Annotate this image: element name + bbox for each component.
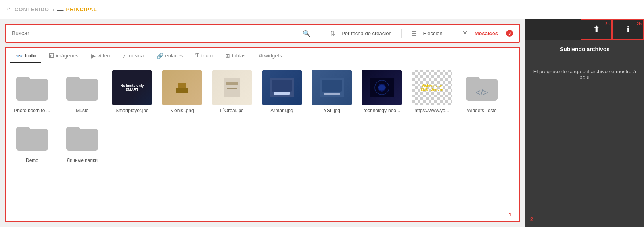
svg-rect-9 [322,80,342,92]
tab-todo-label: todo [25,53,36,59]
main-layout: 🔍 ⇅ Por fecha de creación ☰ Elección 👁 M… [0,19,644,227]
info-icon: ℹ [627,25,630,34]
thumb-tech [362,70,402,105]
file-welcome[interactable]: Welcome toSMU_Uniforn https://www.yo... [410,70,454,113]
tab-texto-label: texto [201,53,213,59]
folder-icon-lichnye [66,125,98,151]
tab-widgets[interactable]: ⧉ widgets [253,49,288,63]
svg-rect-10 [324,93,340,95]
svg-rect-3 [226,82,238,85]
folder-icon-photo-booth [16,75,48,101]
tab-video[interactable]: ▶ vídeo [86,50,116,63]
folder-icon-music [66,75,98,101]
thumb-loreal [212,70,252,105]
tab-enlaces[interactable]: 🔗 enlaces [151,50,189,63]
file-widgets-teste[interactable]: </> Widgets Teste [460,70,504,113]
tab-video-label: vídeo [98,53,110,59]
breadcrumb-contenido: CONTENIDO [15,6,49,12]
file-demo[interactable]: Demo [10,120,54,163]
file-lichnye[interactable]: Личные папки [60,120,104,163]
page-number: 1 [509,212,512,217]
content-area: 🔍 ⇅ Por fecha de creación ☰ Elección 👁 M… [0,19,525,227]
upload-button[interactable]: ⬆ 2a [581,19,612,40]
tab-musica-label: música [127,53,144,59]
ysl-svg [320,78,344,97]
sort-button[interactable]: Por fecha de creación [341,31,391,36]
toolbar-divider-3 [452,29,452,38]
imagenes-icon: 🖼 [48,53,54,59]
file-widgets-teste-label: Widgets Teste [467,108,496,113]
file-smartplayer[interactable]: No limits onlySMART Smartplayer.jpg [110,70,154,113]
file-technology-neo-label: technology-neo... [364,108,400,113]
tab-texto[interactable]: T texto [190,50,218,63]
tech-svg [370,78,394,97]
sidebar-title: Subiendo archivos [525,40,644,59]
toolbar-divider [320,29,320,38]
toolbar: 🔍 ⇅ Por fecha de creación ☰ Elección 👁 M… [5,24,520,43]
texto-icon: T [196,53,199,59]
svg-rect-4 [227,88,237,89]
sidebar-body: El progreso de carga del archivo se most… [525,59,644,227]
file-loreal-label: L´Oréal.jpg [220,108,243,113]
svg-rect-1 [178,83,186,88]
tab-imagenes-label: imágenes [56,53,78,59]
tab-musica[interactable]: ♪ música [117,50,149,63]
file-music-label: Music [76,108,88,113]
right-sidebar: ⬆ 2a ℹ 2b Subiendo archivos El progreso … [525,19,644,227]
tab-tablas[interactable]: ⊞ tablas [220,50,251,63]
thumb-smartplayer: No limits onlySMART [112,70,152,105]
tab-tablas-label: tablas [232,53,246,59]
search-input[interactable] [12,30,296,36]
toolbar-divider-2 [401,29,402,38]
kiehls-svg [174,80,190,95]
upload-icon: ⬆ [593,24,600,34]
tab-todo[interactable]: 👓 todo [10,50,41,63]
file-kiehls[interactable]: Kiehls .png [160,70,204,113]
sidebar-header: ⬆ 2a ℹ 2b [525,19,644,40]
sidebar-bottom-num: 2 [530,216,533,222]
folder-code-icon: </> [466,75,498,101]
svg-rect-6 [272,80,292,92]
choice-button[interactable]: Elección [423,31,443,36]
file-photo-booth[interactable]: Photo booth to ... [10,70,54,113]
thumb-welcome: Welcome toSMU_Uniforn [412,70,452,105]
tab-imagenes[interactable]: 🖼 imágenes [43,50,84,63]
file-ysl[interactable]: YSL.jpg [310,70,354,113]
home-icon[interactable]: ⌂ [6,5,11,13]
tab-widgets-label: widgets [264,53,282,59]
choice-icon: ☰ [411,30,417,37]
sidebar-progress-text: El progreso de carga del archivo se most… [532,69,638,80]
search-icon: 🔍 [303,30,310,37]
info-button[interactable]: ℹ 2b [612,19,644,40]
todo-icon: 👓 [16,53,23,59]
info-badge: 2b [636,21,642,26]
top-navigation: ⌂ CONTENIDO › ▬ PRINCIPAL [0,0,644,19]
breadcrumb-arrow: › [52,6,54,13]
file-demo-label: Demo [26,158,38,163]
thumb-ysl [312,70,352,105]
files-grid: Photo booth to ... Music No limits onlyS… [6,65,519,221]
file-loreal[interactable]: L´Oréal.jpg [210,70,254,113]
thumb-kiehls [162,70,202,105]
file-armani[interactable]: Armani.jpg [260,70,304,113]
file-music[interactable]: Music [60,70,104,113]
file-photo-booth-label: Photo booth to ... [14,108,50,113]
sort-icon: ⇅ [330,30,335,37]
mosaic-count: 3 [506,30,513,37]
svg-rect-7 [274,92,290,95]
file-smartplayer-label: Smartplayer.jpg [115,108,148,113]
files-panel: 👓 todo 🖼 imágenes ▶ vídeo ♪ música 🔗 [5,47,520,222]
file-technology-neo[interactable]: technology-neo... [360,70,404,113]
breadcrumb-principal: PRINCIPAL [66,6,97,12]
file-lichnye-label: Личные папки [67,158,98,163]
armani-svg [270,78,294,97]
file-armani-label: Armani.jpg [270,108,293,113]
upload-badge: 2a [605,21,610,26]
folder-icon-demo [16,125,48,151]
video-icon: ▶ [91,53,96,59]
file-ysl-label: YSL.jpg [324,108,340,113]
folder-icon: ▬ [58,6,64,13]
smartplayer-text: No limits onlySMART [120,84,144,92]
view-icon: 👁 [462,30,468,37]
enlaces-icon: 🔗 [157,53,163,59]
